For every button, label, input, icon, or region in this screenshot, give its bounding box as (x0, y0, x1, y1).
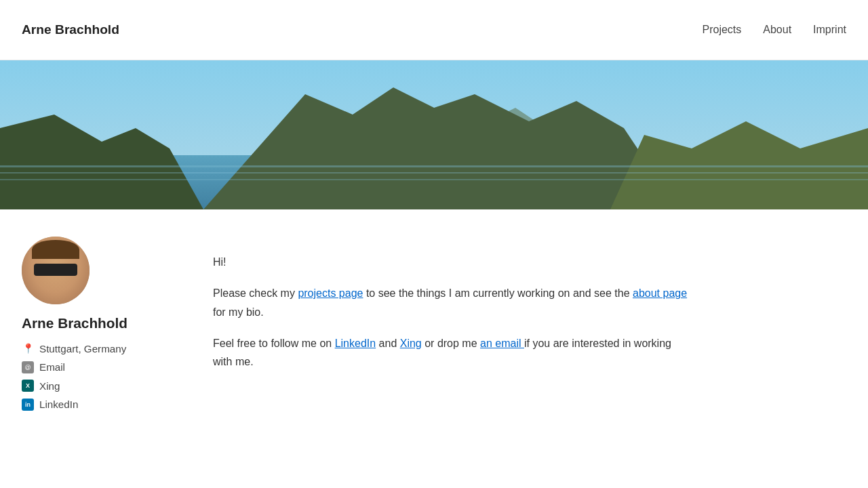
avatar-hair (32, 240, 79, 259)
intro-post: for my bio. (213, 306, 264, 318)
greeting-paragraph: Hi! (213, 253, 688, 271)
nav-link-about[interactable]: About (763, 24, 791, 35)
sidebar-xing-item: X Xing (22, 380, 191, 392)
nav-links: Projects About Imprint (702, 24, 846, 36)
nav-link-imprint[interactable]: Imprint (813, 24, 846, 35)
nav-item-imprint: Imprint (813, 24, 846, 36)
sidebar-xing-link[interactable]: Xing (39, 380, 60, 392)
content-wrapper: Arne Brachhold 📍 Stuttgart, Germany @ Em… (0, 209, 868, 432)
linkedin-follow-link[interactable]: LinkedIn (335, 338, 376, 349)
sidebar-email-item: @ Email (22, 361, 191, 373)
nav-item-about: About (763, 24, 791, 36)
follow-pre: Feel free to follow me on (213, 338, 335, 349)
sidebar-location: 📍 Stuttgart, Germany (22, 342, 191, 354)
sidebar-meta: 📍 Stuttgart, Germany @ Email X Xing in L… (22, 342, 191, 411)
sidebar-name: Arne Brachhold (22, 315, 191, 331)
nav-link-projects[interactable]: Projects (702, 24, 741, 35)
follow-paragraph: Feel free to follow me on LinkedIn and X… (213, 334, 688, 371)
navbar: Arne Brachhold Projects About Imprint (0, 0, 868, 60)
sidebar-email-link[interactable]: Email (39, 361, 65, 373)
hero-image (0, 60, 868, 209)
sidebar-linkedin-item: in LinkedIn (22, 399, 191, 411)
about-page-link[interactable]: about page (633, 287, 687, 299)
avatar-sunglasses (34, 264, 77, 276)
avatar-face (22, 237, 90, 304)
location-text: Stuttgart, Germany (39, 343, 126, 354)
svg-rect-6 (0, 165, 868, 167)
sidebar: Arne Brachhold 📍 Stuttgart, Germany @ Em… (22, 231, 191, 411)
intro-paragraph: Please check my projects page to see the… (213, 284, 688, 321)
xing-icon: X (22, 380, 34, 392)
intro-pre: Please check my (213, 287, 298, 299)
projects-page-link[interactable]: projects page (298, 287, 363, 299)
hero-banner (0, 60, 868, 209)
brand-link[interactable]: Arne Brachhold (22, 22, 119, 37)
svg-rect-7 (0, 172, 868, 174)
nav-item-projects: Projects (702, 24, 741, 36)
xing-follow-link[interactable]: Xing (400, 338, 422, 349)
linkedin-icon: in (22, 399, 34, 411)
sidebar-linkedin-link[interactable]: LinkedIn (39, 399, 78, 410)
email-icon: @ (22, 361, 34, 373)
avatar (22, 237, 90, 304)
main-content: Hi! Please check my projects page to see… (213, 231, 688, 411)
svg-rect-8 (0, 179, 868, 180)
intro-mid: to see the things I am currently working… (363, 287, 633, 299)
follow-and: and (376, 338, 400, 349)
email-follow-link[interactable]: an email (480, 338, 524, 349)
location-icon: 📍 (22, 342, 34, 354)
follow-mid: or drop me (422, 338, 480, 349)
